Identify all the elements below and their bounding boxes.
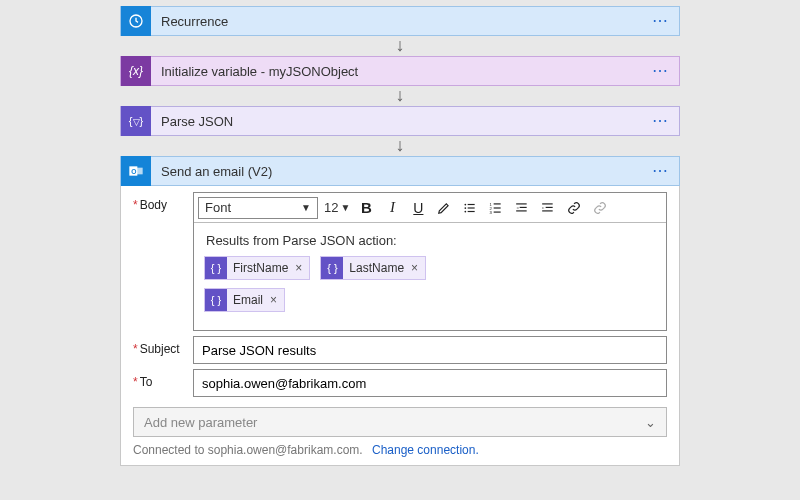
token-lastname[interactable]: { } LastName × <box>320 256 426 280</box>
body-intro-text: Results from Parse JSON action: <box>206 233 656 248</box>
more-icon[interactable]: ⋯ <box>642 63 679 79</box>
highlight-button[interactable] <box>434 197 454 219</box>
remove-token-icon[interactable]: × <box>408 261 421 275</box>
svg-rect-7 <box>468 207 475 208</box>
svg-rect-19 <box>543 203 554 204</box>
json-token-icon: { } <box>205 289 227 311</box>
token-label: LastName <box>349 261 404 275</box>
svg-rect-2 <box>136 168 143 175</box>
arrow-down-icon: ↓ <box>0 136 800 156</box>
body-label: *Body <box>133 192 193 212</box>
connected-to-text: Connected to sophia.owen@fabrikam.com. <box>133 443 363 457</box>
more-icon[interactable]: ⋯ <box>642 163 679 179</box>
svg-rect-13 <box>494 207 501 208</box>
indent-button[interactable] <box>538 197 558 219</box>
richtext-toolbar: Font ▼ 12 ▼ B I U <box>194 193 666 223</box>
subject-field-wrap <box>193 336 667 364</box>
underline-button[interactable]: U <box>408 197 428 219</box>
font-select[interactable]: Font ▼ <box>198 197 318 219</box>
body-field[interactable]: Font ▼ 12 ▼ B I U <box>193 192 667 331</box>
bullet-list-button[interactable] <box>460 197 480 219</box>
step-recurrence[interactable]: Recurrence ⋯ <box>120 6 680 36</box>
outdent-button[interactable] <box>512 197 532 219</box>
svg-text:O: O <box>131 168 136 175</box>
step-title: Recurrence <box>151 14 642 29</box>
subject-label: *Subject <box>133 336 193 356</box>
token-label: Email <box>233 293 263 307</box>
to-label: *To <box>133 369 193 389</box>
step-initialize-variable[interactable]: {x} Initialize variable - myJSONObject ⋯ <box>120 56 680 86</box>
token-firstname[interactable]: { } FirstName × <box>204 256 310 280</box>
bold-button[interactable]: B <box>356 197 376 219</box>
step-title: Initialize variable - myJSONObject <box>151 64 642 79</box>
caret-down-icon: ▼ <box>340 202 350 213</box>
svg-point-8 <box>465 210 467 212</box>
svg-rect-16 <box>517 203 528 204</box>
arrow-down-icon: ↓ <box>0 86 800 106</box>
svg-point-6 <box>465 207 467 209</box>
svg-point-4 <box>465 203 467 205</box>
add-parameter-placeholder: Add new parameter <box>144 415 257 430</box>
step-parse-json[interactable]: {▽} Parse JSON ⋯ <box>120 106 680 136</box>
font-size-value: 12 <box>324 200 338 215</box>
add-parameter-select[interactable]: Add new parameter ⌄ <box>133 407 667 437</box>
font-size-select[interactable]: 12 ▼ <box>324 197 350 219</box>
variable-icon: {x} <box>121 56 151 86</box>
token-email[interactable]: { } Email × <box>204 288 285 312</box>
more-icon[interactable]: ⋯ <box>642 113 679 129</box>
svg-rect-20 <box>546 206 553 207</box>
step-send-email[interactable]: O Send an email (V2) ⋯ <box>120 156 680 186</box>
remove-token-icon[interactable]: × <box>267 293 280 307</box>
subject-input[interactable] <box>194 337 666 363</box>
change-connection-link[interactable]: Change connection. <box>372 443 479 457</box>
json-token-icon: { } <box>205 257 227 279</box>
arrow-down-icon: ↓ <box>0 36 800 56</box>
svg-rect-15 <box>494 211 501 212</box>
token-label: FirstName <box>233 261 288 275</box>
svg-text:3: 3 <box>490 209 493 214</box>
connection-info: Connected to sophia.owen@fabrikam.com. C… <box>121 437 679 465</box>
svg-rect-17 <box>520 206 527 207</box>
remove-token-icon[interactable]: × <box>292 261 305 275</box>
more-icon[interactable]: ⋯ <box>642 13 679 29</box>
step-title: Send an email (V2) <box>151 164 642 179</box>
link-button[interactable] <box>564 197 584 219</box>
unlink-button[interactable] <box>590 197 610 219</box>
svg-rect-18 <box>517 210 528 211</box>
italic-button[interactable]: I <box>382 197 402 219</box>
step-title: Parse JSON <box>151 114 642 129</box>
clock-icon <box>121 6 151 36</box>
svg-rect-9 <box>468 210 475 211</box>
caret-down-icon: ▼ <box>301 202 311 213</box>
json-icon: {▽} <box>121 106 151 136</box>
number-list-button[interactable]: 123 <box>486 197 506 219</box>
send-email-card: *Body Font ▼ 12 ▼ B I U <box>120 186 680 466</box>
svg-rect-21 <box>543 210 554 211</box>
to-field-wrap <box>193 369 667 397</box>
outlook-icon: O <box>121 156 151 186</box>
svg-rect-5 <box>468 203 475 204</box>
font-name: Font <box>205 200 231 215</box>
body-editor[interactable]: Results from Parse JSON action: { } Firs… <box>194 223 666 330</box>
to-input[interactable] <box>194 370 666 396</box>
svg-rect-11 <box>494 203 501 204</box>
chevron-down-icon: ⌄ <box>645 415 656 430</box>
json-token-icon: { } <box>321 257 343 279</box>
